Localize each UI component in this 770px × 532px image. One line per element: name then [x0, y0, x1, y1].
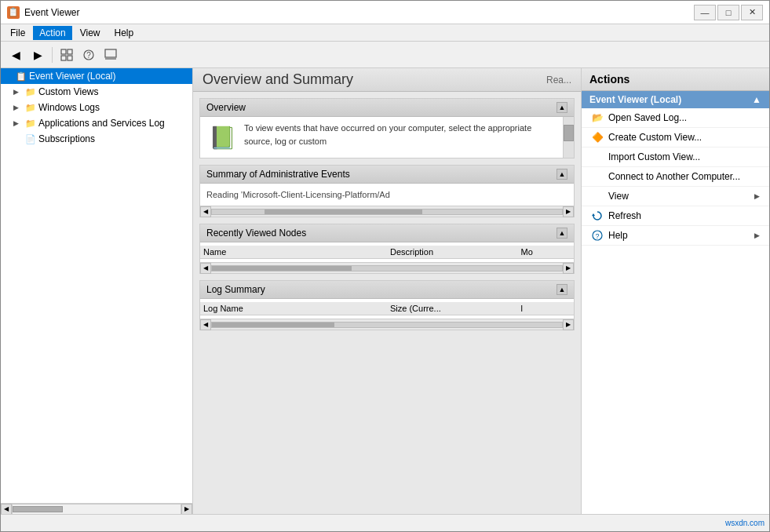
- import-view-icon: [591, 151, 604, 163]
- log-scroll-right[interactable]: ▶: [563, 319, 574, 330]
- tree-item-app-services[interactable]: ▶ 📁 Applications and Services Log: [1, 115, 192, 131]
- menu-action[interactable]: Action: [33, 26, 71, 40]
- main-content: 📋 Event Viewer (Local) ▶ 📁 Custom Views …: [1, 68, 769, 514]
- right-panel: Actions Event Viewer (Local) ▲ 📂 Open Sa…: [581, 68, 769, 514]
- admin-events-section: Summary of Administrative Events ▲ Readi…: [199, 165, 575, 217]
- action-open-saved-log[interactable]: 📂 Open Saved Log...: [582, 108, 769, 128]
- recently-viewed-header[interactable]: Recently Viewed Nodes ▲: [200, 224, 574, 242]
- actions-panel-header: Actions: [582, 68, 769, 91]
- action-connect-computer[interactable]: Connect to Another Computer...: [582, 167, 769, 187]
- log-summary-content: Log Name Size (Curre... l: [200, 299, 574, 319]
- expand-icon-2: ▶: [13, 104, 23, 111]
- window-controls: — □ ✕: [694, 5, 763, 20]
- log-hscroll[interactable]: ◀ ▶: [200, 319, 574, 330]
- log-summary-table: Log Name Size (Curre... l: [200, 302, 574, 315]
- tree-item-custom-views[interactable]: ▶ 📁 Custom Views: [1, 84, 192, 100]
- action-label-create-view: Create Custom View...: [608, 132, 702, 143]
- svg-rect-2: [61, 56, 66, 60]
- left-scroll-left[interactable]: ◀: [1, 504, 12, 515]
- tree-icon-0: 📋: [15, 70, 27, 82]
- overview-section: Overview ▲ 📗 To view events that have oc…: [199, 98, 575, 159]
- left-hscroll-bar: ◀ ▶: [1, 503, 192, 514]
- open-log-icon: 📂: [591, 111, 604, 124]
- view-submenu-arrow: ▶: [754, 192, 760, 200]
- toolbar-grid[interactable]: [57, 45, 77, 65]
- view-icon: [591, 190, 604, 202]
- menu-view[interactable]: View: [74, 26, 107, 40]
- menu-help[interactable]: Help: [108, 26, 140, 40]
- action-group-arrow: ▲: [752, 94, 761, 105]
- overview-section-header[interactable]: Overview ▲: [200, 99, 574, 117]
- admin-scroll-right[interactable]: ▶: [563, 206, 574, 217]
- log-summary-collapse[interactable]: ▲: [557, 284, 567, 295]
- tree-label-4: Subscriptions: [38, 133, 95, 144]
- overview-inner: 📗 To view events that have occurred on y…: [206, 122, 560, 153]
- overview-vscroll-thumb: [564, 125, 574, 141]
- toolbar-back[interactable]: ◀: [5, 45, 26, 65]
- action-refresh[interactable]: Refresh: [582, 206, 769, 226]
- overview-section-title: Overview: [206, 102, 246, 113]
- recently-scroll-right[interactable]: ▶: [563, 263, 574, 274]
- action-group-event-viewer[interactable]: Event Viewer (Local) ▲: [582, 91, 769, 108]
- overview-section-content: 📗 To view events that have occurred on y…: [200, 117, 574, 158]
- col-mo: Mo: [518, 246, 574, 259]
- action-view[interactable]: View ▶: [582, 187, 769, 206]
- recently-viewed-title: Recently Viewed Nodes: [206, 228, 306, 239]
- tree-icon-1: 📁: [24, 86, 37, 98]
- overview-book-icon: 📗: [206, 122, 238, 153]
- toolbar-forward[interactable]: ▶: [27, 45, 48, 65]
- svg-rect-1: [68, 49, 72, 54]
- admin-events-reading-text: Reading 'Microsoft-Client-Licensing-Plat…: [205, 187, 569, 202]
- tree-item-windows-logs[interactable]: ▶ 📁 Windows Logs: [1, 100, 192, 115]
- log-summary-header[interactable]: Log Summary ▲: [200, 281, 574, 299]
- tree-icon-2: 📁: [24, 101, 37, 114]
- action-label-help: Help: [608, 230, 628, 241]
- log-summary-title: Log Summary: [206, 284, 265, 295]
- center-panel-subtitle: Rea...: [546, 75, 571, 86]
- tree-label-1: Custom Views: [38, 86, 98, 97]
- maximize-button[interactable]: □: [717, 5, 739, 20]
- menu-file[interactable]: File: [4, 26, 31, 40]
- tree-icon-3: 📁: [24, 117, 37, 129]
- log-col-l: l: [518, 302, 574, 315]
- log-scroll-left[interactable]: ◀: [200, 319, 211, 330]
- action-label-open-saved: Open Saved Log...: [608, 112, 687, 123]
- tree-label-0: Event Viewer (Local): [29, 71, 116, 82]
- action-create-custom-view[interactable]: 🔶 Create Custom View...: [582, 128, 769, 148]
- overview-text: To view events that have occurred on you…: [244, 122, 560, 148]
- tree-label-2: Windows Logs: [38, 102, 100, 113]
- admin-events-hscroll[interactable]: ◀ ▶: [200, 206, 574, 217]
- recently-viewed-hscroll[interactable]: ◀ ▶: [200, 262, 574, 273]
- admin-scroll-left[interactable]: ◀: [200, 206, 211, 217]
- toolbar-help[interactable]: ?: [78, 45, 99, 65]
- toolbar-properties[interactable]: [100, 45, 121, 65]
- action-label-connect: Connect to Another Computer...: [608, 171, 740, 182]
- overview-collapse-btn[interactable]: ▲: [557, 102, 567, 113]
- overview-vscroll[interactable]: [563, 117, 574, 158]
- recently-scroll-left[interactable]: ◀: [200, 263, 211, 274]
- create-view-icon: 🔶: [591, 131, 604, 144]
- tree-item-subscriptions[interactable]: ▶ 📄 Subscriptions: [1, 131, 192, 147]
- app-icon: 📋: [7, 6, 20, 19]
- left-scroll-right[interactable]: ▶: [181, 504, 192, 515]
- center-panel-title: Overview and Summary: [203, 71, 353, 88]
- recently-viewed-table: Name Description Mo: [200, 246, 574, 259]
- col-description: Description: [387, 246, 518, 259]
- expand-icon-3: ▶: [13, 119, 23, 127]
- help-action-icon: ?: [591, 229, 604, 242]
- log-col-name: Log Name: [200, 302, 387, 315]
- action-help[interactable]: ? Help ▶: [582, 226, 769, 246]
- close-button[interactable]: ✕: [741, 5, 763, 20]
- col-name: Name: [200, 246, 387, 259]
- center-panel: Overview and Summary Rea... Overview ▲ 📗…: [193, 68, 581, 514]
- title-bar: 📋 Event Viewer — □ ✕: [1, 1, 769, 24]
- action-import-custom-view[interactable]: Import Custom View...: [582, 148, 769, 167]
- action-label-refresh: Refresh: [608, 210, 641, 221]
- left-hscroll-track[interactable]: [12, 504, 181, 515]
- recently-viewed-collapse[interactable]: ▲: [557, 228, 567, 239]
- admin-events-collapse[interactable]: ▲: [557, 169, 567, 180]
- admin-events-header[interactable]: Summary of Administrative Events ▲: [200, 166, 574, 184]
- admin-events-content: Reading 'Microsoft-Client-Licensing-Plat…: [200, 184, 574, 206]
- tree-item-event-viewer[interactable]: 📋 Event Viewer (Local): [1, 68, 192, 84]
- minimize-button[interactable]: —: [694, 5, 716, 20]
